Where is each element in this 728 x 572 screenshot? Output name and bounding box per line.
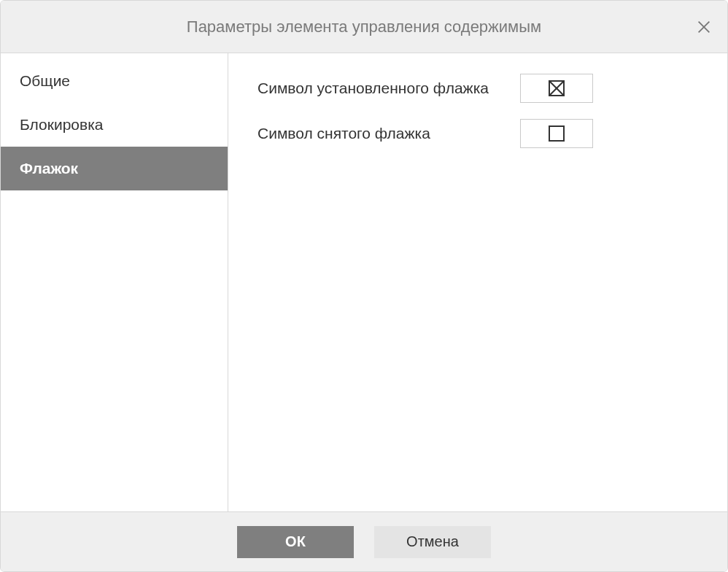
cancel-button[interactable]: Отмена [374,526,491,558]
content-pane: Символ установленного флажка Символ снят… [228,53,727,511]
dialog: Параметры элемента управления содержимым… [0,0,728,572]
sidebar-item-checkbox[interactable]: Флажок [1,147,228,190]
dialog-body: Общие Блокировка Флажок Символ установле… [1,53,727,511]
sidebar-item-lock[interactable]: Блокировка [1,103,228,147]
dialog-title: Параметры элемента управления содержимым [187,18,541,36]
close-icon [696,19,712,35]
sidebar: Общие Блокировка Флажок [1,53,228,511]
ok-button-label: ОК [285,533,306,550]
checked-symbol-button[interactable] [520,74,593,103]
row-checked-symbol: Символ установленного флажка [257,74,698,103]
checked-symbol-label: Символ установленного флажка [257,80,520,97]
unchecked-symbol-button[interactable] [520,119,593,148]
titlebar: Параметры элемента управления содержимым [1,1,727,53]
checked-box-icon [549,80,565,96]
unchecked-symbol-label: Символ снятого флажка [257,125,520,142]
cancel-button-label: Отмена [406,533,459,550]
sidebar-item-general[interactable]: Общие [1,59,228,103]
row-unchecked-symbol: Символ снятого флажка [257,119,698,148]
ok-button[interactable]: ОК [237,526,354,558]
unchecked-box-icon [549,125,565,142]
sidebar-item-label: Общие [20,72,70,89]
dialog-footer: ОК Отмена [1,511,727,571]
close-button[interactable] [695,18,713,36]
sidebar-item-label: Блокировка [20,116,103,133]
sidebar-item-label: Флажок [20,160,78,177]
